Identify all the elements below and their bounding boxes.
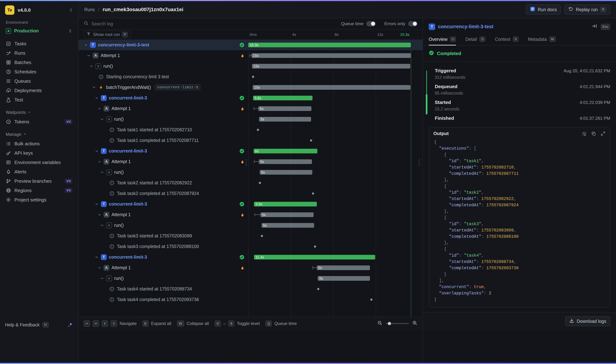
sidebar-item-deployments[interactable]: Deployments (4, 86, 75, 95)
timeline-span[interactable]: 5s (260, 170, 312, 175)
trace-row[interactable]: Task task2 completed at 1755702087924 (79, 188, 422, 199)
download-logs-button[interactable]: Download logs (565, 316, 610, 326)
trace-row[interactable]: batchTriggerAndWait() concurrent-limit-3… (79, 82, 422, 93)
trace-row[interactable]: Task task1 completed at 1755702087711 (79, 135, 422, 146)
waitpoints-section-header[interactable]: Waitpoints (4, 104, 75, 116)
trace-row[interactable]: Task task4 started at 1755702088734 (79, 284, 422, 294)
sidebar-item-queues[interactable]: Queues (4, 77, 75, 86)
sidebar-item-tasks[interactable]: Tasks (4, 39, 75, 48)
chevron-down-icon[interactable] (89, 64, 93, 68)
timeline-span[interactable]: 15s (252, 53, 411, 58)
queue-time-toggle[interactable] (366, 21, 376, 26)
trace-row[interactable]: A Attempt 1 5s (79, 156, 422, 167)
timeline-span[interactable]: 6s (254, 149, 317, 153)
sidebar-item-preview-branches[interactable]: Preview branches V4 (4, 176, 75, 186)
collapse-all-control[interactable]: W Collapse all (177, 321, 209, 326)
timeline-span[interactable]: 11.4s (254, 255, 375, 260)
timeline-event-dot[interactable] (312, 193, 314, 195)
search-input[interactable] (92, 21, 338, 26)
sidebar-item-bulk-actions[interactable]: Bulk actions (4, 139, 75, 148)
chevron-down-icon[interactable] (98, 266, 101, 270)
chevron-down-icon[interactable] (84, 43, 88, 47)
toggle-level-control[interactable]: 0 – 9 Toggle level (215, 321, 260, 326)
wrap-text-icon[interactable] (582, 131, 587, 136)
environment-selector[interactable]: Production (4, 26, 75, 35)
trace-row[interactable]: T concurrent-limit-3 11.4s (79, 252, 422, 262)
chevron-down-icon[interactable] (100, 276, 104, 280)
collapse-panel-icon[interactable] (592, 23, 597, 30)
timeline-event-dot[interactable] (314, 246, 316, 248)
zoom-slider-knob[interactable] (388, 322, 391, 325)
trace-row[interactable]: r run() 5s (79, 220, 422, 231)
sidebar-item-regions[interactable]: Regions V4 (4, 186, 75, 195)
timeline-span[interactable]: 5s (259, 159, 312, 164)
trace-row[interactable]: Task task3 started at 1755702083099 (79, 231, 422, 241)
timeline-span[interactable]: 5s (262, 223, 314, 228)
timeline-event-dot[interactable] (310, 139, 312, 142)
copy-icon[interactable] (591, 131, 596, 136)
trace-row[interactable]: T concurrency-limit-3-test 15.3s (79, 39, 422, 50)
resize-handle[interactable] (245, 159, 247, 167)
errors-only-toggle[interactable] (408, 21, 418, 26)
chevron-down-icon[interactable] (98, 160, 101, 164)
trace-row[interactable]: T concurrent-limit-3 5.6s (79, 93, 422, 103)
trace-row[interactable]: r run() 15s (79, 61, 422, 71)
chevron-down-icon[interactable] (87, 53, 91, 58)
chevron-down-icon[interactable] (95, 202, 99, 206)
zoom-slider[interactable] (386, 323, 409, 324)
queue-time-control[interactable]: Q Queue time (266, 321, 297, 326)
sidebar-item-schedules[interactable]: Schedules (4, 67, 75, 77)
trace-row[interactable]: r run() 5s (79, 273, 422, 284)
sidebar-item-runs[interactable]: Runs (4, 48, 75, 58)
tab-context[interactable]: Context X (495, 34, 518, 45)
trace-row[interactable]: T concurrent-limit-3 6s (79, 146, 422, 156)
sidebar-item-api-keys[interactable]: API keys (4, 148, 75, 158)
zoom-out-icon[interactable] (377, 320, 383, 327)
trace-row[interactable]: Task task3 completed at 1755702088100 (79, 241, 422, 252)
chevron-down-icon[interactable] (95, 96, 99, 100)
timeline-span[interactable]: 5s (258, 106, 311, 111)
sparkle-icon[interactable] (67, 322, 73, 328)
sidebar-item-alerts[interactable]: Alerts (4, 167, 75, 176)
timeline-span[interactable]: 15s (252, 64, 410, 68)
expand-all-control[interactable]: E Expand all (142, 321, 171, 326)
zoom-in-icon[interactable] (412, 320, 418, 327)
trace-row[interactable]: A Attempt 1 5s (79, 103, 422, 114)
sidebar-item-project-settings[interactable]: Project settings (4, 195, 75, 205)
tab-detail[interactable]: Detail D (465, 34, 485, 45)
trace-row[interactable]: Task task4 completed at 1755702093736 (79, 294, 422, 305)
timeline-event-dot[interactable] (370, 299, 373, 301)
run-docs-button[interactable]: Run docs (526, 4, 561, 14)
timeline-event-dot[interactable] (257, 129, 259, 131)
chevron-down-icon[interactable] (95, 149, 99, 153)
trace-row[interactable]: Starting concurrency limit 3 test (79, 71, 422, 82)
timeline-span[interactable]: 5.9s (254, 202, 317, 207)
timeline-event-dot[interactable] (252, 76, 254, 78)
navigate-up-button[interactable] (84, 320, 90, 327)
chevron-down-icon[interactable] (98, 213, 101, 217)
project-switcher[interactable]: Te v4.0.0 (4, 5, 75, 15)
timeline-event-dot[interactable] (317, 288, 319, 290)
breadcrumb[interactable]: Runs (84, 7, 95, 12)
timeline-span[interactable]: 5s (318, 276, 370, 281)
timeline-span[interactable]: 15.3s (248, 43, 411, 47)
chevron-down-icon[interactable] (95, 255, 99, 259)
trace-row[interactable]: A Attempt 1 15s (79, 50, 422, 61)
sidebar-item-batches[interactable]: Batches (4, 58, 75, 67)
tab-metadata[interactable]: Metadata M (528, 34, 556, 45)
chevron-down-icon[interactable] (92, 85, 96, 89)
tab-overview[interactable]: Overview O (429, 34, 456, 45)
chevron-down-icon[interactable] (100, 223, 104, 227)
expand-icon[interactable] (601, 131, 605, 136)
timeline-span[interactable]: 5s (259, 117, 311, 122)
help-feedback-button[interactable]: Help & Feedback H (5, 322, 49, 327)
timeline-span[interactable]: 5s (260, 212, 314, 217)
chevron-down-icon[interactable] (100, 117, 104, 121)
trace-row[interactable]: A Attempt 1 5s (79, 209, 422, 220)
timeline-span[interactable]: 5s (317, 265, 370, 270)
show-root-run-button[interactable]: Show root run P (84, 31, 131, 39)
chevron-down-icon[interactable] (98, 107, 101, 111)
resize-handle[interactable] (418, 159, 420, 167)
sidebar-item-test[interactable]: Test (4, 95, 75, 104)
sidebar-item-tokens[interactable]: Tokens V4 (4, 117, 75, 126)
